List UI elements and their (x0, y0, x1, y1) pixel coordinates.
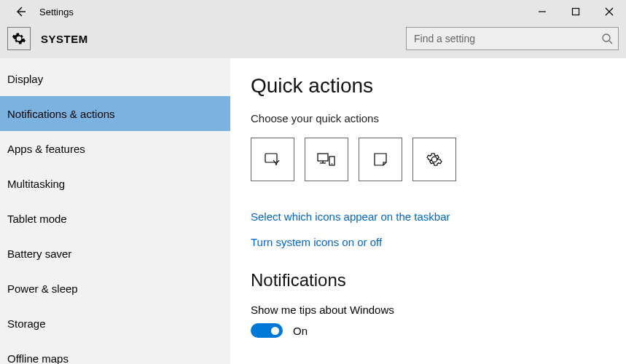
sidebar: Display Notifications & actions Apps & f… (0, 58, 230, 364)
minimize-icon (538, 7, 547, 16)
maximize-icon (571, 7, 580, 16)
section-title: SYSTEM (41, 33, 88, 45)
quick-action-tile-3[interactable] (412, 138, 456, 181)
back-button[interactable] (6, 0, 35, 23)
sidebar-item-notifications[interactable]: Notifications & actions (0, 96, 230, 131)
tips-toggle-state: On (293, 325, 308, 337)
sidebar-item-label: Storage (7, 317, 46, 330)
tips-toggle[interactable] (251, 323, 283, 338)
sidebar-item-label: Multitasking (7, 178, 65, 190)
search-input[interactable] (406, 27, 619, 50)
quick-action-tile-1[interactable] (305, 138, 348, 181)
connect-devices-icon (316, 151, 337, 167)
close-icon (605, 7, 614, 16)
sidebar-item-label: Offline maps (7, 352, 69, 365)
sidebar-item-label: Display (7, 73, 43, 85)
sidebar-item-display[interactable]: Display (0, 61, 230, 96)
close-button[interactable] (592, 0, 626, 23)
sidebar-item-label: Apps & features (7, 143, 85, 155)
content: Quick actions Choose your quick actions … (230, 58, 626, 364)
sidebar-item-offline-maps[interactable]: Offline maps (0, 341, 230, 364)
tips-toggle-label: Show me tips about Windows (251, 304, 606, 316)
header: SYSTEM (0, 23, 626, 58)
svg-rect-9 (318, 154, 328, 161)
note-icon (372, 151, 388, 167)
sidebar-item-label: Notifications & actions (7, 108, 115, 120)
svg-rect-2 (573, 9, 579, 15)
quick-action-tile-2[interactable] (359, 138, 402, 181)
sidebar-item-label: Tablet mode (7, 213, 67, 225)
search-container (406, 27, 619, 50)
sidebar-item-multitasking[interactable]: Multitasking (0, 166, 230, 201)
arrow-left-icon (14, 5, 27, 18)
search-icon (601, 33, 613, 44)
minimize-button[interactable] (525, 0, 559, 23)
gear-icon (12, 31, 26, 46)
body: Display Notifications & actions Apps & f… (0, 58, 626, 364)
link-taskbar-icons[interactable]: Select which icons appear on the taskbar (251, 210, 606, 223)
notifications-heading: Notifications (251, 270, 606, 290)
sidebar-item-storage[interactable]: Storage (0, 306, 230, 341)
quick-actions-heading: Quick actions (251, 74, 606, 98)
sidebar-item-label: Battery saver (7, 248, 71, 260)
sidebar-item-apps[interactable]: Apps & features (0, 131, 230, 166)
toggle-knob (271, 327, 279, 335)
window-controls (525, 0, 626, 23)
quick-actions-subtitle: Choose your quick actions (251, 112, 606, 124)
all-settings-icon (426, 151, 442, 167)
sidebar-item-power-sleep[interactable]: Power & sleep (0, 271, 230, 306)
svg-point-8 (275, 164, 277, 165)
link-system-icons[interactable]: Turn system icons on or off (251, 236, 606, 248)
sidebar-item-label: Power & sleep (7, 282, 78, 295)
tips-toggle-row: On (251, 323, 606, 338)
svg-line-6 (609, 41, 612, 44)
section-icon-box (7, 27, 31, 50)
tablet-mode-icon (263, 150, 282, 169)
sidebar-item-battery-saver[interactable]: Battery saver (0, 236, 230, 271)
quick-actions-row (251, 138, 606, 181)
quick-action-tile-0[interactable] (251, 138, 294, 181)
svg-point-13 (332, 163, 333, 165)
maximize-button[interactable] (559, 0, 592, 23)
svg-point-5 (603, 34, 610, 41)
window-title: Settings (39, 7, 74, 17)
svg-rect-7 (265, 154, 277, 162)
titlebar: Settings (0, 0, 626, 23)
sidebar-item-tablet-mode[interactable]: Tablet mode (0, 201, 230, 236)
